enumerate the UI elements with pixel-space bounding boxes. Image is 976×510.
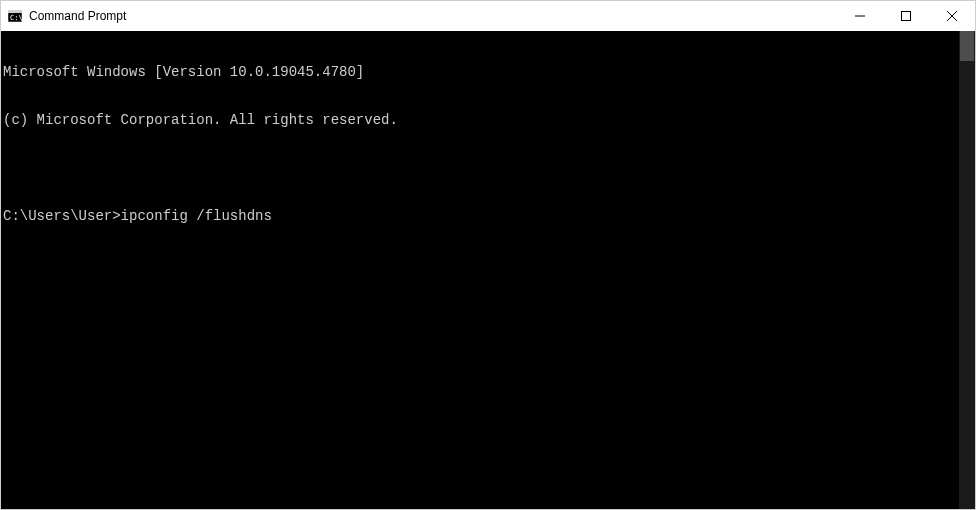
titlebar[interactable]: C:\ Command Prompt [1,1,975,31]
close-button[interactable] [929,1,975,31]
svg-text:C:\: C:\ [10,14,23,22]
svg-rect-4 [902,12,911,21]
vertical-scrollbar[interactable] [959,31,975,509]
minimize-button[interactable] [837,1,883,31]
terminal-line: Microsoft Windows [Version 10.0.19045.47… [3,64,957,80]
window-controls [837,1,975,31]
window-title: Command Prompt [29,9,837,23]
terminal-line: (c) Microsoft Corporation. All rights re… [3,112,957,128]
maximize-button[interactable] [883,1,929,31]
terminal-output[interactable]: Microsoft Windows [Version 10.0.19045.47… [1,31,959,509]
terminal-line [3,160,957,176]
command-prompt-window: C:\ Command Prompt [0,0,976,510]
terminal-area: Microsoft Windows [Version 10.0.19045.47… [1,31,975,509]
terminal-line: C:\Users\User>ipconfig /flushdns [3,208,957,224]
scrollbar-thumb[interactable] [960,31,974,61]
command-prompt-icon: C:\ [7,8,23,24]
svg-rect-1 [8,10,22,13]
